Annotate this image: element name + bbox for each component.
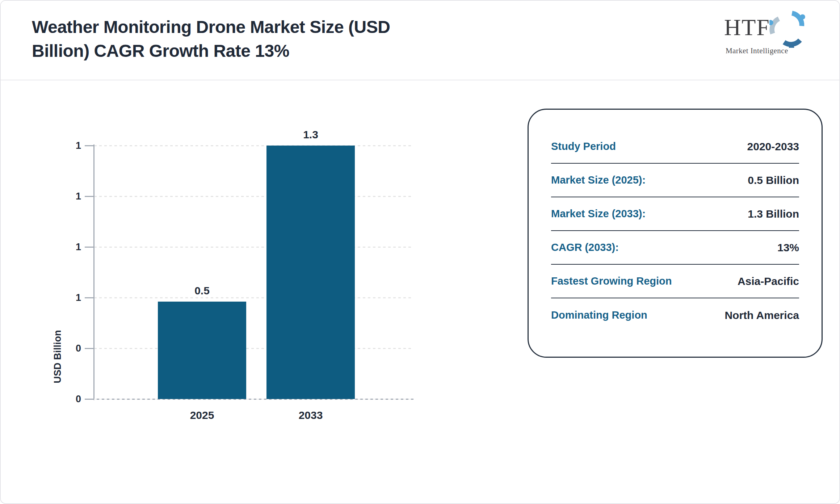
panel-row-label: CAGR (2033): [551,242,619,253]
y-tick-label: 0 [56,343,81,354]
y-axis-tick [85,196,94,197]
y-axis-line [93,144,94,400]
panel-row-cagr: CAGR (2033): 13% [551,231,799,265]
panel-row-value: 13% [777,242,799,254]
logo-swirl-icon [769,10,807,49]
page-title-line-2: Billion) CAGR Growth Rate 13% [32,39,390,63]
y-axis-tick [85,348,94,349]
bar-value-label: 0.5 [169,285,235,297]
panel-row-market-size-2033: Market Size (2033): 1.3 Billion [551,197,799,231]
y-tick-label: 1 [56,140,81,151]
gridline [94,247,413,248]
y-tick-label: 1 [56,191,81,202]
panel-row-value: Asia-Pacific [738,275,799,287]
bar-2025 [158,302,246,399]
panel-row-label: Market Size (2025): [551,174,646,186]
panel-row-value: 0.5 Billion [748,174,799,186]
y-tick-label: 1 [56,242,81,252]
x-tick-label: 2025 [166,409,238,421]
y-axis-tick [85,145,94,146]
page-frame: Weather Monitoring Drone Market Size (US… [0,0,840,504]
panel-row-market-size-2025: Market Size (2025): 0.5 Billion [551,164,799,197]
gridline [94,196,413,197]
panel-row-value: North America [724,309,799,322]
page-title: Weather Monitoring Drone Market Size (US… [32,15,390,63]
header: Weather Monitoring Drone Market Size (US… [1,1,839,80]
x-tick-label: 2033 [274,409,347,421]
brand-logo: HTF [724,9,818,55]
panel-row-fastest-growing-region: Fastest Growing Region Asia-Pacific [551,265,799,298]
y-tick-label: 1 [56,292,81,303]
panel-row-label: Study Period [551,140,616,152]
panel-row-dominating-region: Dominating Region North America [551,298,799,332]
bar-chart: USD Billion 1111000.520251.32033 [1,80,453,442]
x-axis-dashes [94,399,413,400]
page-title-line-1: Weather Monitoring Drone Market Size (US… [32,15,390,39]
panel-row-label: Dominating Region [551,309,647,321]
panel-row-value: 1.3 Billion [748,208,799,220]
panel-row-label: Fastest Growing Region [551,275,672,287]
summary-panel: Study Period 2020-2033 Market Size (2025… [528,109,823,358]
panel-row-value: 2020-2033 [747,140,799,153]
gridline [94,297,413,298]
bar-value-label: 1.3 [278,129,343,141]
panel-row-study-period: Study Period 2020-2033 [551,130,799,164]
bar-2033 [266,146,355,399]
gridline [94,348,413,349]
y-axis-tick [85,297,94,298]
panel-row-label: Market Size (2033): [551,208,646,220]
y-tick-label: 0 [56,394,81,404]
logo-wordmark: HTF [724,9,770,46]
y-axis-tick [85,247,94,248]
gridline [94,145,413,146]
